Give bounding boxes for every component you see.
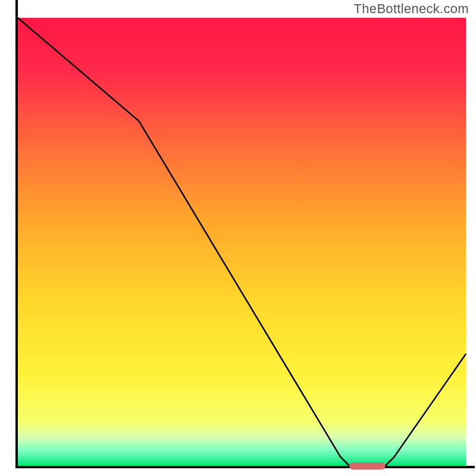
watermark-text: TheBottleneck.com	[354, 1, 469, 17]
plot-background	[18, 18, 466, 466]
optimal-range-marker	[349, 462, 385, 469]
bottleneck-chart-svg	[0, 0, 476, 476]
chart-frame: TheBottleneck.com	[0, 0, 476, 476]
